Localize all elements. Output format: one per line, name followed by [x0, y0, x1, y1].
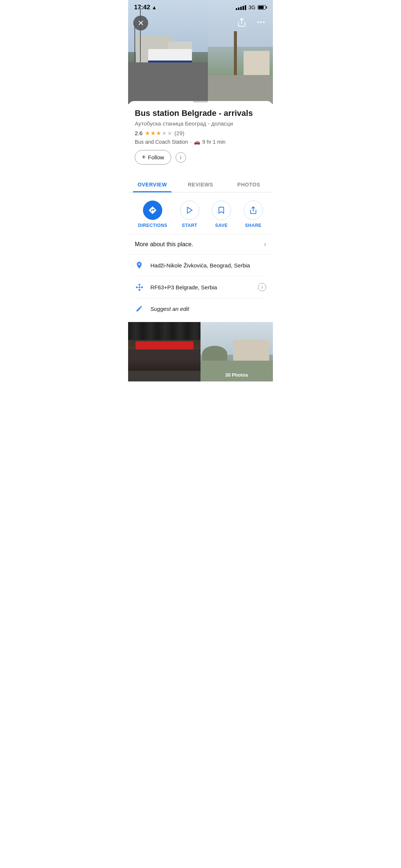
tab-photos[interactable]: PHOTOS [225, 177, 273, 192]
star-5: ★ [167, 130, 172, 137]
location-pin-icon [135, 261, 144, 269]
share-circle [244, 201, 263, 220]
star-2: ★ [150, 130, 156, 137]
status-right: 3G [236, 4, 267, 10]
directions-label: DIRECTIONS [138, 223, 167, 228]
place-meta: Bus and Coach Station · 🚗 9 hr 1 min [135, 139, 266, 145]
info-icon: i [180, 155, 181, 160]
plus-code-text: RF63+P3 Belgrade, Serbia [150, 284, 251, 290]
save-label: SAVE [215, 223, 228, 228]
bottom-photo-right[interactable]: 30 Photos [200, 322, 273, 381]
network-type: 3G [248, 4, 255, 10]
plus-code-icon [135, 284, 144, 291]
status-time: 17:42 ▲ [134, 4, 157, 11]
pencil-icon [135, 305, 144, 312]
suggest-edit-text: Suggest an edit [150, 306, 266, 312]
rating-number: 2.6 [135, 130, 143, 136]
more-about-row[interactable]: More about this place. › [128, 234, 273, 254]
plus-code-row: RF63+P3 Belgrade, Serbia i [135, 276, 266, 298]
plus-icon: + [142, 153, 146, 161]
start-label: START [182, 223, 198, 228]
svg-point-1 [257, 22, 259, 23]
drag-handle [193, 101, 208, 103]
info-button[interactable]: i [176, 152, 186, 163]
place-photos: ✕ [128, 0, 273, 104]
star-1: ★ [145, 130, 150, 137]
battery-icon [258, 5, 267, 10]
location-arrow-icon: ▲ [151, 4, 157, 10]
place-subtitle: Аутобуска станица Београд - доласци [135, 120, 266, 127]
start-button[interactable]: START [180, 201, 199, 228]
directions-circle [143, 201, 162, 220]
address-text: Hadži-Nikole Živkovića, Beograd, Serbia [150, 262, 266, 269]
photos-count-label: 30 Photos [225, 372, 248, 378]
svg-point-2 [260, 22, 262, 23]
place-title: Bus station Belgrade - arrivals [135, 108, 266, 118]
plus-code-info-button[interactable]: i [258, 283, 266, 291]
svg-point-3 [263, 22, 264, 23]
time-display: 17:42 [134, 4, 150, 11]
share-label: SHARE [245, 223, 262, 228]
follow-button[interactable]: + Follow [135, 150, 171, 165]
stars: ★ ★ ★ ★ ★ [145, 130, 172, 137]
bottom-sheet: Bus station Belgrade - arrivals Аутобуск… [128, 101, 273, 389]
share-button[interactable] [235, 16, 248, 29]
suggest-edit-row[interactable]: Suggest an edit [135, 298, 266, 319]
close-icon: ✕ [138, 19, 144, 27]
chevron-right-icon: › [264, 240, 266, 248]
more-options-button[interactable] [254, 16, 268, 29]
review-count: (29) [175, 130, 185, 136]
bottom-photo-left[interactable] [128, 322, 200, 381]
address-row: Hadži-Nikole Živkovića, Beograd, Serbia [135, 254, 266, 276]
car-icon: 🚗 [194, 139, 200, 145]
tabs-row: OVERVIEW REVIEWS PHOTOS [128, 177, 273, 192]
follow-label: Follow [148, 154, 164, 160]
action-buttons: DIRECTIONS START SAVE [128, 192, 273, 234]
more-about-text: More about this place. [135, 241, 264, 248]
separator: · [190, 139, 192, 145]
tab-reviews[interactable]: REVIEWS [176, 177, 225, 192]
actions-row: + Follow i [135, 150, 266, 165]
share-place-button[interactable]: SHARE [244, 201, 263, 228]
start-circle [180, 201, 199, 220]
signal-icon [236, 5, 246, 10]
category-text: Bus and Coach Station [135, 139, 188, 145]
tab-overview[interactable]: OVERVIEW [128, 177, 176, 192]
place-info: Bus station Belgrade - arrivals Аутобуск… [128, 108, 273, 170]
rating-row: 2.6 ★ ★ ★ ★ ★ (29) [135, 130, 266, 137]
save-button[interactable]: SAVE [212, 201, 231, 228]
info-section: Hadži-Nikole Živkovića, Beograd, Serbia [128, 254, 273, 319]
star-3: ★ [156, 130, 161, 137]
star-4: ★ [162, 130, 167, 137]
status-bar: 17:42 ▲ 3G [128, 0, 273, 13]
photo-action-buttons [235, 16, 268, 29]
directions-button[interactable]: DIRECTIONS [138, 201, 167, 228]
save-circle [212, 201, 231, 220]
svg-marker-4 [187, 207, 192, 214]
close-button[interactable]: ✕ [133, 16, 148, 30]
travel-time: 9 hr 1 min [202, 139, 225, 145]
bottom-photos[interactable]: 30 Photos [128, 322, 273, 381]
